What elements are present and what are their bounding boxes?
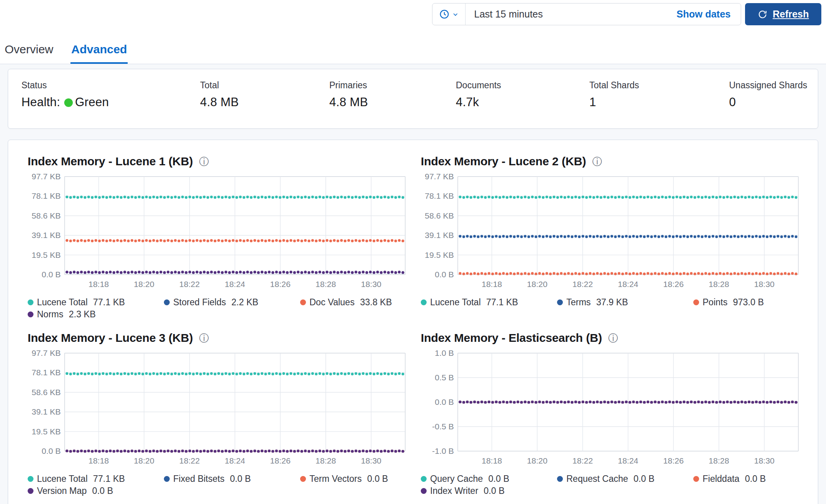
svg-text:18:20: 18:20: [134, 456, 155, 465]
summary-value: 0: [729, 95, 818, 109]
svg-text:18:18: 18:18: [88, 456, 109, 465]
summary-status: Status Health:Green: [21, 80, 200, 128]
summary-documents: Documents 4.7k: [456, 80, 589, 128]
health-value: Green: [75, 95, 109, 109]
svg-text:0.0 B: 0.0 B: [435, 270, 454, 279]
legend-item[interactable]: Lucene Total77.1 KB: [28, 474, 164, 484]
legend-series-value: 0.0 B: [489, 474, 510, 484]
svg-text:58.6 KB: 58.6 KB: [32, 211, 61, 220]
svg-text:18:20: 18:20: [134, 280, 155, 289]
chart-legend: Query Cache0.0 BRequest Cache0.0 BFieldd…: [421, 474, 800, 496]
info-icon[interactable]: ⓘ: [199, 333, 209, 343]
svg-text:18:22: 18:22: [573, 280, 593, 289]
legend-item[interactable]: Index Writer0.0 B: [421, 486, 557, 496]
legend-series-value: 0.0 B: [745, 474, 766, 484]
legend-item[interactable]: Term Vectors0.0 B: [300, 474, 407, 484]
legend-item[interactable]: Lucene Total77.1 KB: [28, 297, 164, 308]
summary-primaries: Primaries 4.8 MB: [329, 80, 456, 128]
legend-series-value: 2.2 KB: [232, 297, 258, 308]
svg-text:58.6 KB: 58.6 KB: [425, 211, 454, 220]
legend-dot-icon: [693, 299, 699, 305]
summary-label: Unassigned Shards: [729, 80, 818, 91]
legend-dot-icon: [28, 488, 33, 494]
svg-text:18:30: 18:30: [361, 456, 381, 465]
legend-item[interactable]: Query Cache0.0 B: [421, 474, 557, 484]
legend-series-value: 77.1 KB: [93, 474, 125, 484]
legend-item[interactable]: Fielddata0.0 B: [693, 474, 800, 484]
advanced-charts-panel: Index Memory - Lucene 1 (KB)ⓘ97.7 KB78.1…: [8, 140, 818, 504]
svg-text:18:28: 18:28: [316, 456, 336, 465]
legend-item[interactable]: Points973.0 B: [693, 297, 800, 308]
chart-canvas: 1.0 B0.5 B0.0 B-0.5 B-1.0 B18:1818:2018:…: [421, 350, 800, 471]
summary-total: Total 4.8 MB: [200, 80, 329, 128]
health-dot-icon: [64, 98, 73, 107]
legend-dot-icon: [557, 476, 563, 482]
info-icon[interactable]: ⓘ: [608, 333, 618, 343]
svg-text:97.7 KB: 97.7 KB: [32, 173, 61, 181]
legend-series-name: Norms: [37, 309, 63, 320]
legend-series-name: Lucene Total: [37, 474, 88, 484]
svg-text:18:20: 18:20: [527, 280, 548, 289]
chart-legend: Lucene Total77.1 KBStored Fields2.2 KBDo…: [28, 297, 407, 320]
clock-icon: [439, 9, 450, 19]
chevron-down-icon: [452, 11, 459, 18]
time-range-value[interactable]: Last 15 minutes: [466, 4, 677, 25]
legend-series-value: 0.0 B: [484, 486, 505, 496]
index-summary-panel: Status Health:Green Total 4.8 MB Primari…: [8, 69, 818, 129]
svg-text:0.0 B: 0.0 B: [42, 270, 61, 279]
chart-canvas: 97.7 KB78.1 KB58.6 KB39.1 KB19.5 KB0.0 B…: [421, 173, 800, 295]
legend-item[interactable]: Norms2.3 KB: [28, 309, 164, 320]
quick-select-button[interactable]: [432, 4, 466, 25]
chart-canvas: 97.7 KB78.1 KB58.6 KB39.1 KB19.5 KB0.0 B…: [28, 173, 407, 295]
svg-text:18:30: 18:30: [361, 280, 381, 289]
legend-item[interactable]: Terms37.9 KB: [557, 297, 693, 308]
legend-series-name: Term Vectors: [309, 474, 362, 484]
svg-text:18:18: 18:18: [482, 280, 502, 289]
chart-0: Index Memory - Lucene 1 (KB)ⓘ97.7 KB78.1…: [28, 155, 407, 320]
svg-text:18:24: 18:24: [225, 456, 245, 465]
svg-text:18:22: 18:22: [179, 280, 200, 289]
legend-series-value: 37.9 KB: [596, 297, 628, 308]
svg-text:97.7 KB: 97.7 KB: [32, 350, 61, 357]
svg-text:18:24: 18:24: [618, 456, 638, 465]
chart-canvas: 97.7 KB78.1 KB58.6 KB39.1 KB19.5 KB0.0 B…: [28, 350, 407, 471]
show-dates-button[interactable]: Show dates: [677, 4, 741, 25]
legend-item[interactable]: Version Map0.0 B: [28, 486, 164, 496]
legend-item[interactable]: Doc Values33.8 KB: [300, 297, 407, 308]
legend-series-value: 0.0 B: [634, 474, 655, 484]
legend-dot-icon: [28, 299, 33, 305]
svg-text:18:24: 18:24: [225, 280, 245, 289]
legend-series-name: Lucene Total: [37, 297, 88, 308]
refresh-button[interactable]: Refresh: [745, 3, 821, 25]
svg-text:-0.5 B: -0.5 B: [432, 422, 454, 431]
svg-text:18:26: 18:26: [270, 456, 291, 465]
summary-unassigned-shards: Unassigned Shards 0: [729, 80, 818, 128]
legend-item[interactable]: Stored Fields2.2 KB: [164, 297, 300, 308]
svg-text:18:30: 18:30: [754, 280, 775, 289]
legend-item[interactable]: Request Cache0.0 B: [557, 474, 693, 484]
super-date-picker: Last 15 minutes Show dates: [432, 3, 741, 25]
legend-series-value: 973.0 B: [733, 297, 764, 308]
legend-dot-icon: [421, 476, 427, 482]
summary-label: Total: [200, 80, 329, 91]
summary-value: 4.7k: [456, 95, 589, 109]
chart-title: Index Memory - Elasticsearch (B): [421, 331, 602, 345]
info-icon[interactable]: ⓘ: [592, 157, 602, 166]
svg-text:0.5 B: 0.5 B: [435, 373, 454, 382]
legend-item[interactable]: Fixed Bitsets0.0 B: [164, 474, 300, 484]
legend-series-value: 33.8 KB: [360, 297, 392, 308]
summary-total-shards: Total Shards 1: [589, 80, 729, 128]
info-icon[interactable]: ⓘ: [199, 157, 209, 166]
legend-series-name: Lucene Total: [430, 297, 481, 308]
svg-text:58.6 KB: 58.6 KB: [32, 388, 61, 397]
legend-dot-icon: [164, 476, 170, 482]
summary-label: Primaries: [329, 80, 456, 91]
legend-series-name: Doc Values: [309, 297, 355, 308]
chart-3: Index Memory - Elasticsearch (B)ⓘ1.0 B0.…: [421, 331, 800, 496]
chart-1: Index Memory - Lucene 2 (KB)ⓘ97.7 KB78.1…: [421, 155, 800, 320]
svg-text:19.5 KB: 19.5 KB: [32, 427, 61, 436]
legend-item[interactable]: Lucene Total77.1 KB: [421, 297, 557, 308]
svg-text:18:26: 18:26: [663, 456, 684, 465]
tab-overview[interactable]: Overview: [4, 43, 54, 64]
tab-advanced[interactable]: Advanced: [70, 43, 128, 64]
